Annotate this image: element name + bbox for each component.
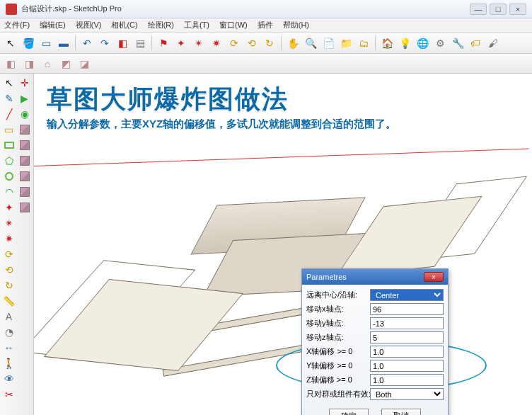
section-icon[interactable]: ✂: [1, 387, 16, 402]
dialog-close-button[interactable]: ×: [424, 272, 444, 282]
window-title: 台锯设计.skp - SketchUp Pro: [21, 4, 122, 14]
select-icon[interactable]: ↖: [3, 35, 18, 51]
tutorial-title: 草图大师爆炸图做法: [47, 82, 289, 117]
poly-tool-icon[interactable]: ⬠: [1, 153, 16, 168]
zoom-icon[interactable]: 🔍: [303, 35, 318, 51]
right-icon[interactable]: [17, 200, 32, 215]
star1-icon[interactable]: ✦: [173, 35, 189, 51]
person-icon[interactable]: 🚶: [1, 356, 16, 370]
row-xoff-input[interactable]: [370, 346, 444, 358]
eraser-icon[interactable]: ◧: [115, 35, 130, 51]
close-button[interactable]: ×: [509, 4, 526, 15]
brush-icon[interactable]: 🖌: [485, 35, 501, 51]
eye-icon[interactable]: 👁: [1, 371, 16, 386]
doc-icon[interactable]: ▤: [132, 35, 148, 51]
front-icon[interactable]: [17, 153, 32, 168]
axes-icon[interactable]: ✛: [17, 75, 32, 90]
star3-icon[interactable]: ✷: [209, 35, 224, 51]
cube2-icon[interactable]: ◨: [21, 56, 37, 72]
top-icon[interactable]: [17, 137, 32, 152]
hand-icon[interactable]: ✋: [285, 35, 301, 51]
star2-icon[interactable]: ✴: [191, 35, 207, 51]
iso-icon[interactable]: [17, 122, 32, 137]
rot-c-icon[interactable]: ↻: [1, 278, 16, 292]
look-icon[interactable]: ◉: [17, 106, 32, 121]
doc2-icon[interactable]: 📄: [320, 35, 336, 51]
select-tool-icon[interactable]: ↖: [1, 75, 16, 90]
minimize-button[interactable]: —: [470, 4, 487, 15]
rotate2-icon[interactable]: ⟲: [244, 35, 260, 51]
left-icon[interactable]: [17, 184, 32, 199]
folder-icon[interactable]: 📁: [338, 35, 354, 51]
cancel-button[interactable]: 取消: [381, 409, 421, 415]
left-toolbox: ↖✎╱▭⬠◠✦✴✷⟳⟲↻📏A◔↔🚶👁✂✛▶◉: [0, 74, 34, 415]
rect-tool-icon[interactable]: [1, 137, 16, 152]
redo-icon[interactable]: ↷: [97, 35, 112, 51]
workspace: ↖✎╱▭⬠◠✦✴✷⟳⟲↻📏A◔↔🚶👁✂✛▶◉ 草图大师爆炸图做法 输入分解参数，…: [0, 74, 532, 415]
menu-help[interactable]: 帮助(H): [283, 20, 309, 30]
row-center-select[interactable]: Center: [370, 289, 444, 301]
maximize-button[interactable]: □: [490, 4, 507, 15]
folder2-icon[interactable]: 🗂: [356, 35, 371, 51]
viewport[interactable]: 草图大师爆炸图做法 输入分解参数，主要XYZ轴的偏移值，多试几次就能调整到合适的…: [34, 74, 532, 415]
rotate1-icon[interactable]: ⟳: [226, 35, 242, 51]
menu-window[interactable]: 窗口(W): [219, 20, 248, 30]
menu-edit[interactable]: 编辑(E): [40, 20, 66, 30]
row-scope-select[interactable]: Both: [370, 388, 444, 400]
row-movex-input[interactable]: [370, 303, 444, 315]
tape-icon[interactable]: 📏: [1, 293, 16, 308]
menubar: 文件(F) 编辑(E) 视图(V) 相机(C) 绘图(R) 工具(T) 窗口(W…: [0, 18, 532, 33]
arc-tool-icon[interactable]: ◠: [1, 184, 16, 199]
rot-a-icon[interactable]: ⟳: [1, 246, 16, 261]
walk-icon[interactable]: ▶: [17, 91, 32, 106]
menu-plugins[interactable]: 插件: [258, 20, 273, 30]
box2-icon[interactable]: ▬: [56, 35, 71, 51]
row-zoff-label: Z轴偏移 >= 0: [306, 375, 367, 385]
row-movez-input[interactable]: [370, 331, 444, 343]
app-icon: [6, 4, 17, 15]
push-tool-icon[interactable]: ▭: [1, 122, 16, 137]
menu-draw[interactable]: 绘图(R): [148, 20, 174, 30]
cube3-icon[interactable]: ◩: [58, 56, 74, 72]
row-zoff-input[interactable]: [370, 374, 444, 386]
dialog-title: Parametres: [306, 273, 347, 281]
menu-view[interactable]: 视图(V): [76, 20, 102, 30]
flag-icon[interactable]: ⚑: [156, 35, 171, 51]
tag-icon[interactable]: 🏷: [468, 35, 483, 51]
globe-icon[interactable]: 🌐: [415, 35, 430, 51]
rotate3-icon[interactable]: ↻: [262, 35, 277, 51]
parameters-dialog: Parametres × 远离中心/沿轴: Center 移动x轴点: 移动y轴…: [301, 268, 449, 415]
row-movey-label: 移动y轴点:: [306, 318, 367, 329]
paint-icon[interactable]: 🪣: [21, 35, 36, 51]
rot-b-icon[interactable]: ⟲: [1, 262, 16, 277]
wrench-icon[interactable]: 🔧: [450, 35, 466, 51]
row-yoff-label: Y轴偏移 >= 0: [306, 360, 367, 371]
row-movey-input[interactable]: [370, 317, 444, 329]
bulb-icon[interactable]: 💡: [397, 35, 412, 51]
tutorial-subtitle: 输入分解参数，主要XYZ轴的偏移值，多试几次就能调整到合适的范围了。: [47, 118, 396, 131]
ok-button[interactable]: 确定: [329, 409, 369, 415]
menu-camera[interactable]: 相机(C): [111, 20, 137, 30]
row-movez-label: 移动z轴点:: [306, 332, 367, 343]
row-yoff-input[interactable]: [370, 360, 444, 372]
cube4-icon[interactable]: ◪: [76, 56, 92, 72]
cube1-icon[interactable]: ◧: [3, 56, 18, 72]
undo-icon[interactable]: ↶: [79, 35, 95, 51]
star-a-icon[interactable]: ✦: [1, 200, 16, 215]
home-icon[interactable]: ⌂: [40, 56, 55, 72]
line-tool-icon[interactable]: ╱: [1, 106, 16, 121]
text-icon[interactable]: A: [1, 309, 16, 324]
row-center-label: 远离中心/沿轴:: [306, 290, 367, 300]
gear-icon[interactable]: ⚙: [432, 35, 448, 51]
dim-icon[interactable]: ↔: [1, 340, 16, 355]
menu-tools[interactable]: 工具(T): [184, 20, 209, 30]
star-c-icon[interactable]: ✷: [1, 231, 16, 246]
protractor-icon[interactable]: ◔: [1, 324, 16, 339]
house-icon[interactable]: 🏠: [379, 35, 395, 51]
menu-file[interactable]: 文件(F): [4, 20, 30, 30]
component-tool-icon[interactable]: ✎: [1, 91, 16, 106]
star-b-icon[interactable]: ✴: [1, 215, 16, 230]
box-icon[interactable]: ▭: [38, 35, 54, 51]
back-icon[interactable]: [17, 169, 32, 183]
circle-tool-icon[interactable]: [1, 169, 16, 183]
